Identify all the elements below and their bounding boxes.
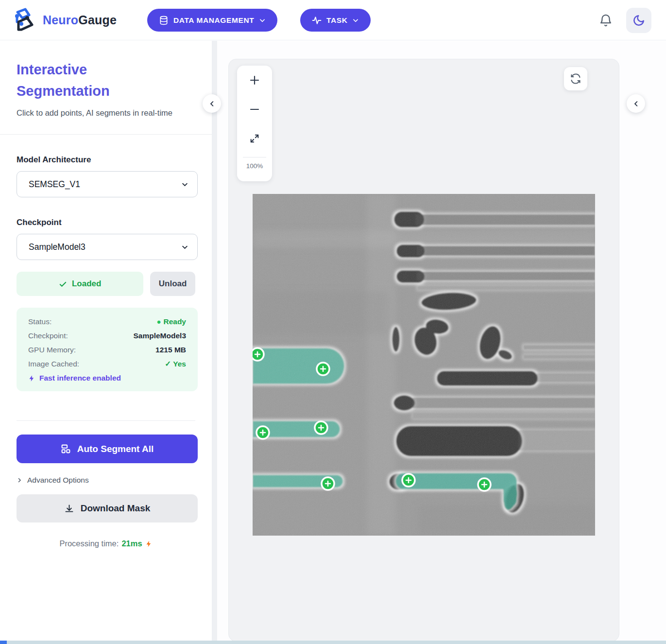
green-dot-icon: ● (156, 317, 161, 326)
status-row: Checkpoint: SampleModel3 (28, 331, 186, 340)
download-icon (64, 504, 74, 514)
brand: NeuroGauge (11, 5, 117, 35)
chevron-down-icon (181, 244, 188, 251)
fast-inference-note: Fast inference enabled (28, 374, 186, 383)
model-architecture-select[interactable]: SEMSEG_V1 (17, 171, 198, 197)
point-marker[interactable] (402, 474, 415, 487)
point-marker[interactable] (478, 478, 491, 491)
lightning-bolt-icon (145, 540, 153, 548)
auto-segment-all-button[interactable]: Auto Segment All (17, 435, 198, 463)
advanced-options-toggle[interactable]: Advanced Options (17, 476, 195, 485)
sem-image (253, 194, 595, 536)
expand-icon (249, 133, 260, 144)
bell-icon (598, 13, 613, 28)
processing-time: Processing time: 21ms (17, 539, 195, 548)
layout-grid-icon (61, 444, 71, 454)
lightning-icon (28, 374, 35, 383)
divider (17, 420, 195, 421)
sem-image-canvas[interactable] (253, 194, 595, 536)
scrollbar-thumb[interactable] (0, 641, 7, 644)
page-title: Interactive Segmentation (17, 41, 195, 102)
chevron-down-icon (259, 17, 266, 24)
point-marker[interactable] (315, 421, 327, 434)
neurogauge-logo-icon (11, 5, 38, 35)
checkpoint-select[interactable]: SampleModel3 (17, 234, 198, 260)
processing-time-value: 21ms (121, 539, 142, 548)
dark-mode-toggle-button[interactable] (626, 8, 651, 33)
divider (0, 134, 212, 135)
point-marker[interactable] (253, 348, 264, 361)
minus-icon (249, 104, 260, 115)
activity-icon (312, 16, 322, 25)
chevron-left-icon (208, 100, 216, 107)
chevron-down-icon (181, 181, 188, 188)
loaded-status-button[interactable]: Loaded (17, 272, 143, 296)
sidebar-scrollbar-gutter[interactable] (212, 41, 217, 644)
status-ready-value: ●Ready (156, 317, 186, 326)
check-icon (59, 280, 67, 288)
plus-icon (249, 74, 260, 86)
segmentation-canvas-panel: 100% (228, 59, 619, 642)
status-row: Image Cached: ✓ Yes (28, 360, 186, 368)
sidebar-collapse-button[interactable] (203, 94, 221, 113)
point-marker[interactable] (317, 363, 329, 375)
checkpoint-value: SampleModel3 (29, 242, 181, 252)
brand-name: NeuroGauge (43, 13, 117, 27)
status-row: Status: ●Ready (28, 317, 186, 326)
right-panel-collapse-button[interactable] (627, 94, 645, 113)
point-marker[interactable] (322, 477, 334, 490)
model-architecture-value: SEMSEG_V1 (29, 179, 181, 190)
page-subtitle: Click to add points, AI segments in real… (17, 106, 184, 120)
unload-button[interactable]: Unload (150, 272, 195, 296)
check-icon: ✓ (165, 360, 173, 368)
data-management-menu-button[interactable]: DATA MANAGEMENT (147, 9, 277, 32)
horizontal-scrollbar[interactable] (0, 641, 666, 644)
refresh-icon (570, 73, 581, 85)
model-status-panel: Status: ●Ready Checkpoint: SampleModel3 … (17, 308, 198, 391)
chevron-down-icon (352, 17, 359, 24)
fit-to-screen-button[interactable] (237, 124, 272, 153)
notifications-button[interactable] (598, 13, 614, 29)
chevron-right-icon (17, 477, 22, 483)
checkpoint-label: Checkpoint (17, 218, 195, 227)
app-header: NeuroGauge DATA MANAGEMENT TASK (0, 0, 666, 40)
divider (243, 157, 266, 157)
moon-icon (632, 14, 645, 27)
database-icon (159, 16, 169, 25)
task-menu-button[interactable]: TASK (300, 9, 371, 32)
zoom-in-button[interactable] (237, 66, 272, 95)
chevron-left-icon (632, 100, 640, 107)
segmentation-sidebar: Interactive Segmentation Click to add po… (0, 41, 212, 644)
download-mask-button[interactable]: Download Mask (17, 494, 198, 522)
zoom-level-label: 100% (246, 162, 263, 170)
cached-yes-value: ✓ Yes (165, 360, 186, 368)
model-architecture-label: Model Architecture (17, 155, 195, 165)
zoom-out-button[interactable] (237, 95, 272, 124)
task-label: TASK (326, 16, 347, 25)
zoom-toolbar: 100% (237, 66, 272, 181)
reset-view-button[interactable] (564, 67, 587, 90)
data-management-label: DATA MANAGEMENT (173, 16, 254, 25)
point-marker[interactable] (256, 426, 269, 439)
status-row: GPU Memory: 1215 MB (28, 346, 186, 354)
